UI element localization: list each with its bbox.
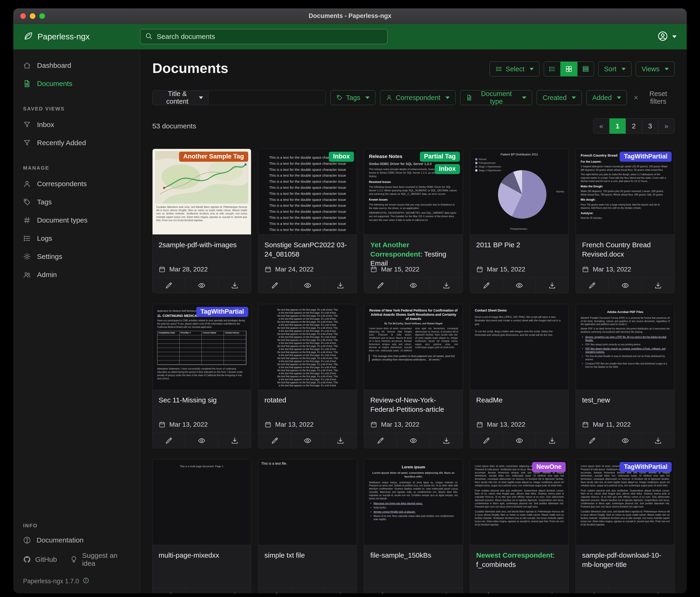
document-thumbnail[interactable]: Adobe Acrobat PDF FilesAdobe® Portable D…: [576, 304, 674, 390]
download-document-button[interactable]: [324, 433, 357, 448]
search-input[interactable]: [156, 32, 383, 41]
brand[interactable]: Paperless-ngx: [13, 31, 140, 42]
download-document-button[interactable]: [324, 278, 357, 293]
edit-document-button[interactable]: [152, 278, 185, 293]
select-button[interactable]: Select: [490, 62, 540, 76]
document-title[interactable]: test_new: [582, 396, 668, 405]
document-title[interactable]: simple txt file: [265, 551, 351, 560]
document-title[interactable]: Yet Another Correspondent: Testing Email: [370, 240, 457, 266]
download-document-button[interactable]: [430, 278, 463, 293]
created-filter-button[interactable]: Created: [537, 90, 582, 105]
document-thumbnail[interactable]: This is a test for the double space char…: [258, 149, 357, 235]
reset-filters-button[interactable]: Reset filters: [633, 90, 675, 105]
edit-document-button[interactable]: [152, 588, 185, 593]
document-thumbnail[interactable]: Lorem ipsum dolor sit amet, consectetur …: [470, 459, 569, 545]
sidebar-item-correspondents[interactable]: Correspondents: [13, 175, 140, 193]
document-title[interactable]: Sec 11-Missing sig: [158, 396, 245, 405]
document-title[interactable]: Review-of-New-York-Federal-Petitions-art…: [370, 396, 457, 414]
sidebar-item-document-types[interactable]: Document types: [13, 211, 140, 229]
edit-document-button[interactable]: [258, 433, 291, 448]
document-thumbnail[interactable]: Lorem ipsum dolor sit amet, consectetur …: [576, 459, 674, 545]
tag-inbox[interactable]: Inbox: [329, 152, 354, 162]
preview-document-button[interactable]: [185, 433, 218, 448]
download-document-button[interactable]: [324, 588, 357, 593]
download-document-button[interactable]: [430, 433, 463, 448]
edit-document-button[interactable]: [576, 433, 608, 448]
edit-document-button[interactable]: [258, 278, 291, 293]
preview-document-button[interactable]: [185, 278, 218, 293]
document-thumbnail[interactable]: This is a multi page document. Page 1.: [152, 459, 251, 545]
document-thumbnail[interactable]: Patient BP Distribution 2011NormalPrehyp…: [470, 149, 569, 235]
preview-document-button[interactable]: [185, 588, 218, 593]
document-title[interactable]: multi-page-mixedxx: [158, 551, 245, 560]
document-thumbnail[interactable]: This is a test file.: [258, 459, 357, 545]
document-title[interactable]: ReadMe: [476, 396, 562, 405]
preview-document-button[interactable]: [503, 588, 535, 593]
sidebar-item-settings[interactable]: Settings: [13, 247, 140, 266]
preview-document-button[interactable]: [291, 278, 324, 293]
document-thumbnail[interactable]: Review of New York Federal Petitions for…: [364, 304, 463, 390]
edit-document-button[interactable]: [576, 588, 608, 593]
tags-filter-button[interactable]: Tags: [330, 90, 375, 105]
document-thumbnail[interactable]: French Country BreadFor the Leaven:1 hea…: [576, 149, 674, 235]
edit-document-button[interactable]: [364, 278, 397, 293]
sidebar-item-dashboard[interactable]: Dashboard: [13, 56, 140, 75]
tag-newone[interactable]: NewOne: [532, 462, 566, 472]
edit-document-button[interactable]: [470, 278, 503, 293]
sidebar-item-tags[interactable]: Tags: [13, 193, 140, 211]
document-correspondent[interactable]: Newest Correspondent: [476, 551, 553, 559]
document-thumbnail[interactable]: Application for Medical Staff Membership…: [152, 304, 251, 390]
sidebar-item-github[interactable]: GitHub: [23, 555, 57, 564]
edit-document-button[interactable]: [364, 588, 397, 593]
download-document-button[interactable]: [642, 588, 674, 593]
document-title[interactable]: Newest Correspondent: f_combineds: [476, 551, 562, 569]
version-info-button[interactable]: [83, 577, 89, 586]
sidebar-item-documentation[interactable]: Documentation: [13, 532, 140, 548]
edit-document-button[interactable]: [258, 588, 291, 593]
sidebar-item-recently-added[interactable]: Recently Added: [13, 134, 140, 152]
tag-another-sample-tag[interactable]: Another Sample Tag: [179, 152, 248, 162]
added-filter-button[interactable]: Added: [586, 90, 627, 105]
download-document-button[interactable]: [535, 278, 569, 293]
edit-document-button[interactable]: [152, 433, 185, 448]
pagination-page-1[interactable]: 1: [609, 118, 626, 134]
download-document-button[interactable]: [535, 433, 569, 448]
document-title[interactable]: French Country Bread Revised.docx: [582, 240, 668, 259]
view-list-button[interactable]: [544, 62, 560, 76]
document-title[interactable]: 2011 BP Pie 2: [476, 240, 562, 249]
sidebar-item-inbox[interactable]: Inbox: [13, 116, 140, 134]
download-document-button[interactable]: [218, 433, 251, 448]
tag-tagwithpartial[interactable]: TagWithPartial: [196, 307, 248, 317]
preview-document-button[interactable]: [503, 433, 535, 448]
minimize-window-button[interactable]: [30, 13, 35, 19]
edit-document-button[interactable]: [576, 278, 608, 293]
sidebar-item-suggest-an-idea[interactable]: Suggest an idea: [70, 552, 130, 567]
download-document-button[interactable]: [642, 433, 674, 448]
document-thumbnail[interactable]: the text that appears on the first page.…: [258, 304, 357, 390]
tag-tagwithpartial[interactable]: TagWithPartial: [620, 462, 672, 472]
document-title[interactable]: 2sample-pdf-with-images: [158, 240, 245, 249]
document-title[interactable]: file-sample_150kBs: [370, 551, 457, 560]
close-window-button[interactable]: [20, 13, 26, 19]
edit-document-button[interactable]: [470, 588, 503, 593]
preview-document-button[interactable]: [291, 433, 324, 448]
download-document-button[interactable]: [430, 588, 463, 593]
edit-document-button[interactable]: [364, 433, 397, 448]
preview-document-button[interactable]: [397, 278, 430, 293]
preview-document-button[interactable]: [609, 278, 642, 293]
preview-document-button[interactable]: [609, 433, 642, 448]
document-thumbnail[interactable]: Contact Sheet DemoGiven a set of image f…: [470, 304, 569, 390]
view-grid-button[interactable]: [560, 62, 577, 76]
sort-button[interactable]: Sort: [598, 62, 631, 76]
sidebar-item-admin[interactable]: Admin: [13, 266, 140, 284]
correspondent-filter-button[interactable]: Correspondent: [380, 90, 455, 105]
view-details-button[interactable]: [577, 62, 594, 76]
document-title[interactable]: sample-pdf-download-10-mb-longer-title: [582, 551, 668, 569]
pagination-prev-button[interactable]: «: [593, 118, 609, 134]
title-content-input[interactable]: [208, 90, 326, 105]
download-document-button[interactable]: [642, 278, 674, 293]
preview-document-button[interactable]: [397, 588, 430, 593]
tag-partial-tag[interactable]: Partial Tag: [420, 152, 460, 162]
sidebar-item-logs[interactable]: Logs: [13, 229, 140, 247]
tag-tagwithpartial[interactable]: TagWithPartial: [620, 152, 672, 162]
